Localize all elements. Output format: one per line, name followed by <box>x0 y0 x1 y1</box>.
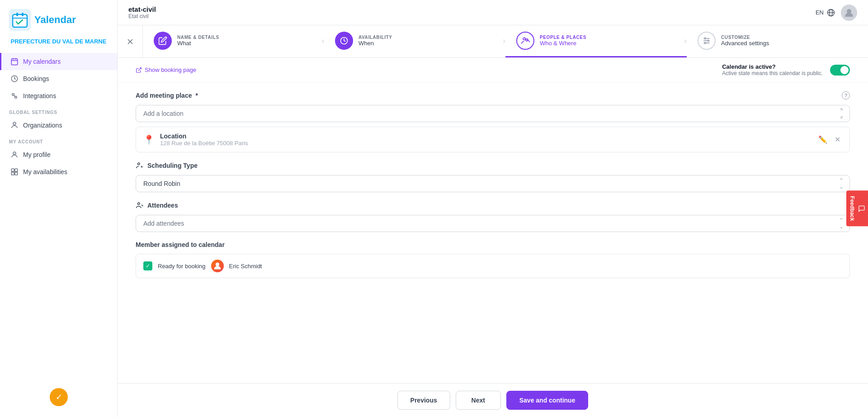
ready-for-booking-checkbox[interactable]: ✓ <box>143 261 152 270</box>
yellow-badge-button[interactable]: ✓ <box>50 388 68 406</box>
member-assigned-title: Member assigned to calendar <box>136 241 850 248</box>
remove-location-button[interactable]: ✕ <box>833 133 842 146</box>
bookings-icon <box>10 75 19 83</box>
member-name: Eric Schmidt <box>229 263 262 270</box>
clock-icon <box>340 36 349 45</box>
step1-text: NAME & DETAILS What <box>177 35 219 47</box>
step3-icon <box>516 32 534 50</box>
topbar: etat-civil Etat civil EN <box>118 0 868 25</box>
user-avatar[interactable] <box>841 5 857 21</box>
topbar-left: etat-civil Etat civil <box>128 5 156 19</box>
people-add-icon <box>136 161 144 170</box>
calendar-icon <box>10 57 19 66</box>
sidebar-item-organizations[interactable]: Organizations <box>0 117 117 134</box>
step3-label: PEOPLE & PLACES <box>540 35 586 40</box>
svg-rect-1 <box>13 14 27 27</box>
scheduling-type-select-wrapper: Round Robin ⌃⌄ <box>136 175 850 192</box>
profile-icon <box>10 151 19 159</box>
svg-point-13 <box>13 122 16 125</box>
calendar-active-desc: Active state means this calendar is publ… <box>722 70 823 76</box>
sidebar-item-integrations[interactable]: Integrations <box>0 87 117 104</box>
ready-for-booking-label: Ready for booking <box>158 263 206 270</box>
svg-point-36 <box>138 203 140 205</box>
step2-icon <box>335 32 353 50</box>
integrations-label: Integrations <box>23 92 56 100</box>
meeting-place-help-icon[interactable]: ? <box>842 91 850 100</box>
sidebar-item-my-availabilities[interactable]: My availabilities <box>0 163 117 180</box>
svg-rect-17 <box>11 172 14 175</box>
location-name: Location <box>160 133 811 140</box>
show-booking-link[interactable]: Show booking page <box>136 66 196 73</box>
next-button[interactable]: Next <box>456 391 501 410</box>
scheduling-type-select[interactable]: Round Robin <box>136 175 850 192</box>
scheduling-type-label: Scheduling Type <box>147 162 198 169</box>
step1-sublabel: What <box>177 40 219 47</box>
scheduling-type-value: Round Robin <box>143 180 180 187</box>
meeting-place-label: Add meeting place <box>136 92 192 99</box>
svg-rect-16 <box>15 169 18 171</box>
step-people-places[interactable]: PEOPLE & PLACES Who & Where › <box>505 25 687 57</box>
location-select-wrapper: Add a location ⌃⌄ <box>136 105 850 122</box>
attendees-icon <box>136 201 144 209</box>
attendees-title: Attendees <box>136 201 850 209</box>
my-availabilities-label: My availabilities <box>23 168 67 175</box>
sidebar-item-bookings[interactable]: Bookings <box>0 70 117 87</box>
toggle-knob <box>840 66 849 74</box>
meeting-place-title: Add meeting place * ? <box>136 91 850 100</box>
yalendar-logo <box>9 9 31 31</box>
sidebar-item-calendars[interactable]: My calendars <box>0 53 117 70</box>
save-continue-button[interactable]: Save and continue <box>506 391 589 410</box>
step-availability[interactable]: AVAILABILITY When › <box>324 25 505 57</box>
logo-text: Yalendar <box>34 14 76 26</box>
previous-button[interactable]: Previous <box>397 391 450 410</box>
member-avatar-icon <box>213 261 222 270</box>
svg-rect-18 <box>15 172 18 175</box>
close-icon <box>126 37 135 46</box>
meeting-place-section: Add meeting place * ? Add a location ⌃⌄ … <box>118 82 868 161</box>
step-customize[interactable]: CUSTOMIZE Advanced settings <box>687 25 868 57</box>
pencil-icon <box>158 36 167 45</box>
attendees-placeholder: Add attendees <box>143 220 184 227</box>
svg-line-12 <box>14 95 15 96</box>
step2-text: AVAILABILITY When <box>359 35 392 47</box>
content-area: Show booking page Calendar is active? Ac… <box>118 58 868 383</box>
location-card: 📍 Location 128 Rue de la Boétie 75008 Pa… <box>136 127 850 152</box>
settings-icon <box>702 36 711 45</box>
availabilities-icon <box>10 168 19 176</box>
language-switcher[interactable]: EN <box>816 8 835 17</box>
svg-point-33 <box>704 42 706 43</box>
step2-label: AVAILABILITY <box>359 35 392 40</box>
svg-point-32 <box>708 40 709 41</box>
calendar-active-toggle[interactable] <box>830 65 850 76</box>
attendees-label: Attendees <box>147 202 178 209</box>
step3-sublabel: Who & Where <box>540 40 586 47</box>
my-profile-label: My profile <box>23 151 51 158</box>
location-info: Location 128 Rue de la Boétie 75008 Pari… <box>160 133 811 147</box>
attendees-section: Attendees Add attendees ⌃⌄ <box>118 201 868 241</box>
topbar-right: EN <box>816 5 857 21</box>
feedback-tab[interactable]: Feedback <box>846 190 868 226</box>
page-subtitle: Etat civil <box>128 13 156 19</box>
svg-line-34 <box>138 67 141 70</box>
svg-point-31 <box>704 38 706 39</box>
member-row: ✓ Ready for booking Eric Schmidt <box>136 254 850 278</box>
location-placeholder: Add a location <box>143 110 184 117</box>
svg-rect-5 <box>11 59 18 65</box>
footer: Previous Next Save and continue <box>118 383 868 417</box>
svg-point-14 <box>13 152 16 155</box>
member-assigned-section: Member assigned to calendar ✓ Ready for … <box>118 241 868 289</box>
step4-text: CUSTOMIZE Advanced settings <box>721 35 769 47</box>
sidebar-item-my-profile[interactable]: My profile <box>0 146 117 163</box>
step-name-details[interactable]: NAME & DETAILS What › <box>143 25 324 57</box>
calendar-active-section: Calendar is active? Active state means t… <box>722 63 850 76</box>
external-link-icon <box>136 67 142 73</box>
member-avatar <box>211 260 224 272</box>
step4-label: CUSTOMIZE <box>721 35 769 40</box>
close-button[interactable] <box>118 25 143 57</box>
attendees-select[interactable]: Add attendees <box>136 215 850 232</box>
location-address: 128 Rue de la Boétie 75008 Paris <box>160 140 811 147</box>
edit-location-button[interactable]: ✏️ <box>816 133 829 146</box>
bookings-label: Bookings <box>23 75 49 82</box>
sidebar: Yalendar PREFECTURE DU VAL DE MARNE My c… <box>0 0 118 417</box>
location-select[interactable]: Add a location <box>136 105 850 122</box>
